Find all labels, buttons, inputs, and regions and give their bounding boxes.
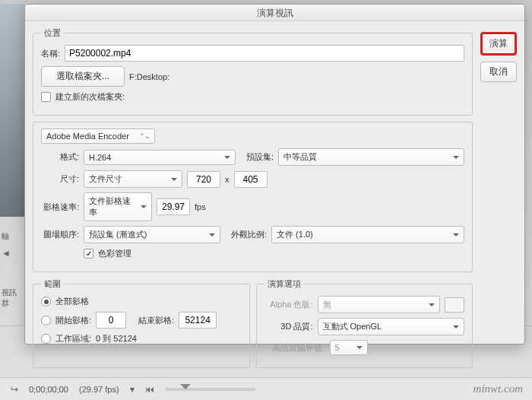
share-icon[interactable]: ↪ — [11, 384, 18, 395]
watermark: minwt.com — [473, 383, 523, 395]
bg-triangle-icon: ◄ — [0, 245, 21, 262]
width-input[interactable] — [187, 171, 220, 188]
create-subfolder-label: 建立新的次檔案夾: — [55, 91, 125, 103]
name-label: 名稱: — [41, 48, 60, 59]
timecode: 0;00;00;00 — [29, 385, 68, 394]
zoom-slider[interactable] — [165, 388, 256, 391]
fps-input[interactable] — [157, 198, 190, 215]
quality-label: 3D 品質: — [264, 321, 313, 332]
path-label: F:Desktop: — [129, 72, 169, 81]
alpha-label: Alpha 色版: — [264, 299, 313, 310]
range-group: 範圍 全部影格 開始影格: 結束影格: 工作區域: — [33, 278, 250, 368]
bg-axis-label: 軸 — [0, 228, 21, 245]
location-legend: 位置 — [41, 27, 64, 39]
quality-select[interactable]: 互動式 OpenGL — [318, 318, 465, 335]
options-group: 演算選項 Alpha 色版: 無 3D 品質: 互動式 OpenGL 高品質臨界… — [256, 278, 473, 368]
filename-input[interactable] — [65, 45, 464, 62]
preset-label: 預設集: — [246, 151, 274, 163]
fps-label: 影格速率: — [41, 202, 79, 213]
format-label: 格式: — [41, 151, 79, 163]
by-label: x — [225, 175, 230, 184]
size-label: 尺寸: — [41, 173, 79, 185]
format-select[interactable]: H.264 — [84, 150, 236, 165]
alpha-swatch[interactable] — [445, 297, 464, 313]
workarea-label: 工作區域: — [55, 333, 91, 344]
choose-folder-button[interactable]: 選取檔案夾... — [41, 66, 125, 87]
dropdown-icon[interactable]: ▾ — [130, 384, 135, 395]
encoder-module-select[interactable]: Adobe Media Encoder — [41, 129, 155, 144]
size-mode-select[interactable]: 文件尺寸 — [84, 170, 182, 188]
options-legend: 演算選項 — [264, 278, 304, 290]
end-frame-input[interactable] — [179, 312, 217, 329]
fps-mode-select[interactable]: 文件影格速率 — [84, 192, 152, 221]
field-select[interactable]: 預設集 (漸進式) — [84, 226, 220, 243]
threshold-select: 5 — [330, 340, 368, 355]
workarea-range: 0 到 52124 — [96, 333, 137, 344]
color-mgmt-label: 色彩管理 — [98, 248, 131, 259]
dialog-title: 演算視訊 — [25, 5, 524, 21]
create-subfolder-checkbox[interactable] — [41, 92, 51, 102]
fps-unit: fps — [195, 202, 206, 211]
encoder-group: Adobe Media Encoder 格式: H.264 預設集: 中等品質 … — [33, 122, 473, 272]
cancel-button[interactable]: 取消 — [480, 62, 517, 82]
rewind-icon[interactable]: ⏮ — [145, 384, 154, 395]
color-mgmt-checkbox[interactable] — [84, 249, 93, 259]
bg-group-label: 視訊群 — [0, 284, 21, 312]
threshold-label: 高品質臨界值: — [264, 342, 325, 354]
alpha-select: 無 — [318, 296, 441, 313]
range-legend: 範圍 — [41, 278, 64, 290]
preset-select[interactable]: 中等品質 — [278, 148, 464, 166]
location-group: 位置 名稱: 選取檔案夾... F:Desktop: 建立新的次檔案夾: — [33, 27, 473, 116]
field-label: 圖場順序: — [41, 229, 79, 240]
status-bar: ↪ 0;00;00;00 (29.97 fps) ▾ ⏮ — [0, 377, 532, 400]
render-dialog: 演算視訊 位置 名稱: 選取檔案夾... F:Desktop: 建立新的次檔案夾… — [24, 4, 525, 344]
start-frame-input[interactable] — [96, 312, 126, 329]
end-frame-label: 結束影格: — [138, 315, 174, 326]
render-button[interactable]: 演算 — [480, 32, 517, 56]
range-frames-radio[interactable] — [41, 316, 51, 325]
height-input[interactable] — [234, 171, 268, 188]
range-all-radio[interactable] — [41, 297, 51, 306]
aspect-select[interactable]: 文件 (1.0) — [271, 226, 464, 243]
status-fps: (29.97 fps) — [79, 385, 119, 394]
range-workarea-radio[interactable] — [41, 334, 51, 344]
start-frame-label: 開始影格: — [55, 315, 91, 326]
aspect-label: 外觀比例: — [231, 229, 267, 240]
range-all-label: 全部影格 — [55, 296, 89, 307]
